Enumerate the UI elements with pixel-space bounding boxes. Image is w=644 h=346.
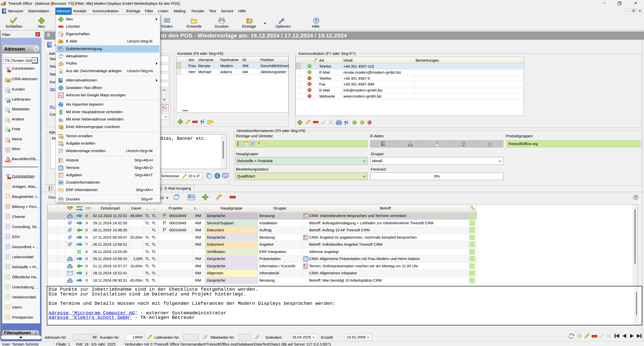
svg-text:G: G: [59, 93, 62, 98]
svg-text:@: @: [48, 43, 52, 47]
svg-text:@: @: [382, 142, 385, 145]
svg-text:@: @: [3, 9, 6, 13]
svg-text:?: ?: [635, 196, 637, 199]
svg-text:?: ?: [315, 19, 317, 23]
svg-text:i: i: [217, 174, 218, 178]
